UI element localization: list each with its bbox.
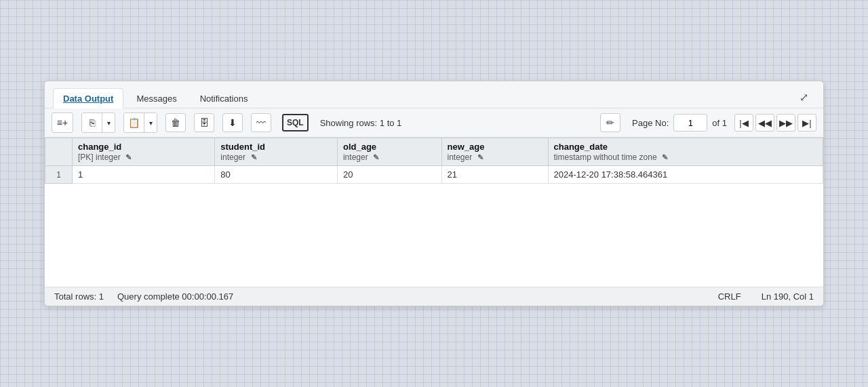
page-number-input[interactable] [673, 114, 707, 131]
total-rows-label: Total rows: 1 [54, 291, 104, 302]
of-total-label: of 1 [712, 118, 727, 128]
col-edit-icon-change-date[interactable]: ✎ [662, 153, 668, 161]
copy-button[interactable]: ⎘ [82, 113, 102, 132]
chevron-down-icon: ▾ [107, 119, 111, 127]
delete-icon: 🗑 [171, 117, 180, 128]
filter-icon: 🗄 [199, 117, 209, 128]
cell-new_age: 21 [441, 166, 548, 184]
col-edit-icon-new-age[interactable]: ✎ [477, 153, 484, 161]
next-page-button[interactable]: ▶▶ [776, 114, 795, 131]
add-row-group: ≡+ [52, 113, 73, 133]
page-no-label: Page No: [632, 118, 669, 128]
prev-page-icon: ◀◀ [758, 118, 772, 128]
cell-change_date: 2024-12-20 17:38:58.464361 [548, 166, 823, 184]
query-status-label: Query complete 00:00:00.167 [117, 291, 233, 302]
col-edit-icon-student-id[interactable]: ✎ [251, 153, 257, 161]
row-number-cell: 1 [45, 166, 73, 184]
cell-student_id: 80 [215, 166, 338, 184]
tab-messages[interactable]: Messages [126, 88, 186, 108]
download-icon: ⬇ [229, 117, 237, 128]
col-header-old-age: old_age integer ✎ [337, 138, 441, 166]
paste-icon: 📋 [128, 117, 140, 128]
sql-badge: SQL [282, 114, 309, 131]
showing-rows-label: Showing rows: 1 to 1 [320, 118, 594, 128]
last-page-button[interactable]: ▶| [797, 114, 816, 131]
add-row-icon: ≡+ [57, 117, 68, 128]
table-row: 118020212024-12-20 17:38:58.464361 [45, 166, 823, 184]
chevron-down-icon2: ▾ [149, 119, 153, 127]
data-table: change_id [PK] integer ✎ student_id inte… [45, 138, 823, 184]
graph-icon: 〰 [256, 117, 266, 128]
expand-button[interactable]: ⤢ [793, 87, 815, 108]
download-button[interactable]: ⬇ [222, 113, 243, 132]
copy-group: ⎘ ▾ [81, 113, 115, 133]
line-ending-label: CRLF [718, 291, 741, 302]
edit-icon: ✏ [606, 117, 614, 128]
prev-page-button[interactable]: ◀◀ [755, 114, 774, 131]
cursor-pos-label: Ln 190, Col 1 [762, 291, 814, 302]
pagination-nav: |◀ ◀◀ ▶▶ ▶| [734, 114, 816, 131]
first-page-button[interactable]: |◀ [734, 114, 753, 131]
filter-button[interactable]: 🗄 [194, 113, 214, 132]
paste-group: 📋 ▾ [123, 113, 157, 133]
paste-dropdown-button[interactable]: ▾ [144, 113, 157, 132]
add-row-button[interactable]: ≡+ [52, 113, 73, 132]
graph-button[interactable]: 〰 [251, 113, 271, 132]
col-header-new-age: new_age integer ✎ [441, 138, 548, 166]
col-header-student-id: student_id integer ✎ [215, 138, 338, 166]
tab-data-output[interactable]: Data Output [53, 88, 123, 108]
col-edit-icon-change-id[interactable]: ✎ [125, 153, 132, 161]
col-edit-icon-old-age[interactable]: ✎ [373, 153, 379, 161]
tab-bar: Data Output Messages Notifications ⤢ [45, 81, 823, 108]
col-header-change-id: change_id [PK] integer ✎ [73, 138, 215, 166]
row-num-header [45, 138, 73, 166]
cell-change_id: 1 [73, 166, 215, 184]
statusbar-right: CRLF Ln 190, Col 1 [718, 291, 814, 302]
delete-button[interactable]: 🗑 [165, 113, 186, 132]
copy-dropdown-button[interactable]: ▾ [102, 113, 115, 132]
status-bar: Total rows: 1 Query complete 00:00:00.16… [45, 287, 823, 306]
last-page-icon: ▶| [802, 118, 811, 128]
col-header-change-date: change_date timestamp without time zone … [548, 138, 823, 166]
edit-button[interactable]: ✏ [600, 113, 620, 132]
cell-old_age: 20 [337, 166, 441, 184]
paste-button[interactable]: 📋 [124, 113, 144, 132]
toolbar: ≡+ ⎘ ▾ 📋 ▾ 🗑 [45, 108, 823, 138]
tab-notifications[interactable]: Notifications [190, 88, 258, 108]
copy-icon: ⎘ [90, 117, 95, 128]
next-page-icon: ▶▶ [779, 118, 793, 128]
main-panel: Data Output Messages Notifications ⤢ ≡+ … [44, 81, 824, 306]
data-table-container: change_id [PK] integer ✎ student_id inte… [45, 138, 823, 287]
first-page-icon: |◀ [739, 118, 748, 128]
